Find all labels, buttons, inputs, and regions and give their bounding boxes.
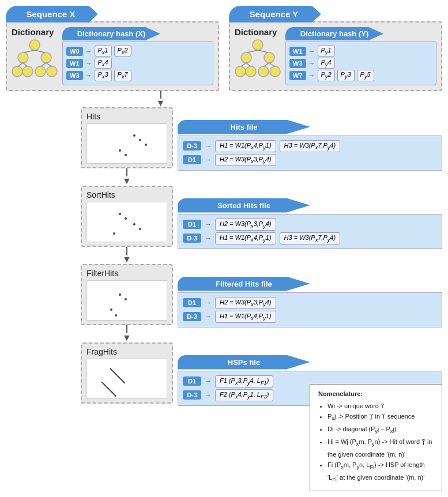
svg-point-17	[246, 66, 256, 77]
fraghits-file-banner: HSPs file	[178, 355, 310, 370]
file-val: H1 = W1(Px4,Py1)	[215, 311, 276, 323]
file-row: D-3 → H1 = W1(Px4,Py1) H3 = W3(Px7,Py4)	[183, 232, 437, 244]
file-key: D-3	[183, 234, 201, 243]
hash-val: Px4	[95, 58, 112, 69]
hits-file-banner: Hits file	[178, 120, 310, 134]
sorthits-file-rows: D1 → H2 = W3(Px3,Py4) D-3 → H1 = W1(Px4,…	[178, 214, 442, 249]
nomenclature-list: Wi -> unique word 'i' Pxj -> Position 'j…	[318, 401, 434, 485]
file-row: D-3 → H1 = W1(Px4,Py1)	[183, 311, 437, 323]
svg-line-23	[246, 63, 250, 66]
list-item: Fi (Pxm, Pyn, LFi) -> HSP of length 'LFi…	[327, 460, 434, 485]
hash-val: Py2	[318, 70, 335, 81]
list-item: Wi -> unique word 'i'	[327, 401, 434, 412]
hash-key: W1	[66, 59, 83, 68]
hits-file-wrap: Hits file D-3 → H1 = W1(Px4,Py1) H3 = W3…	[178, 120, 442, 171]
fraghits-box: FragHits	[81, 342, 173, 404]
filterhits-file-rows: D1 → H2 = W3(Px3,Py4) D-3 → H1 = W1(Px4,…	[178, 292, 442, 327]
sequence-x-block: Sequence X Dictionary	[6, 6, 219, 91]
hash-row: W1 → Px4	[66, 58, 209, 69]
dict-hash-y-box: Dictionary hash (Y) W1 → Py1 W3 → Py4	[285, 27, 436, 85]
svg-line-22	[241, 63, 246, 66]
dict-x-label: Dictionary	[12, 27, 58, 37]
hash-val: Px2	[114, 46, 131, 57]
file-row: D-3 → H1 = W1(Px4,Py1) H3 = W3(Px7,Py4)	[183, 140, 437, 152]
hash-val: Px1	[95, 46, 112, 57]
file-key: D-3	[183, 312, 201, 321]
sorthits-file-banner: Sorted Hits file	[178, 198, 310, 213]
svg-line-7	[24, 50, 35, 52]
svg-point-13	[253, 40, 263, 50]
svg-line-12	[46, 63, 51, 66]
file-val: H3 = W3(Px7,Py4)	[280, 140, 341, 152]
hits-box: Hits	[81, 107, 173, 168]
svg-line-25	[269, 63, 274, 66]
file-key: D-3	[183, 141, 201, 150]
file-val: F2 (Px4,Py1, LF2)	[215, 389, 273, 401]
hits-stage: Hits ▼ Hits file D-3 → H1 = W1(Px4,Py1)	[81, 107, 442, 186]
hash-val: Py1	[318, 46, 335, 57]
dict-y-label: Dictionary	[235, 27, 281, 37]
sequence-x-inner: Dictionary	[6, 21, 219, 91]
filterhits-stage-left: FilterHits ▼	[81, 264, 173, 342]
file-val: H2 = W3(Px3,Py4)	[215, 297, 276, 309]
hits-stage-left: Hits ▼	[81, 107, 173, 186]
sorthits-box: SortHits	[81, 186, 173, 247]
main-diagram: Sequence X Dictionary	[0, 0, 448, 497]
svg-point-15	[264, 52, 274, 63]
svg-line-11	[41, 63, 46, 66]
hash-val: Px7	[114, 70, 131, 81]
dict-hash-x-banner: Dictionary hash (X)	[62, 27, 160, 40]
hash-table-y: W1 → Py1 W3 → Py4 W7 → Py2	[285, 42, 436, 85]
filterhits-title: FilterHits	[86, 269, 167, 278]
dict-hash-x-box: Dictionary hash (X) W0 → Px1 Px2 W1 → Px…	[62, 27, 213, 85]
hash-row: W3 → Py4	[289, 58, 432, 69]
file-key: D-3	[183, 390, 201, 400]
hash-key: W1	[289, 47, 306, 56]
fraghits-stage-left: FragHits	[81, 342, 173, 404]
sorthits-stage-left: SortHits ▼	[81, 186, 173, 264]
nomenclature-title: Nomenclature:	[318, 390, 434, 397]
filterhits-grid	[86, 280, 167, 321]
sequence-y-inner: Dictionary	[229, 21, 442, 91]
filterhits-file-banner: Filtered Hits file	[178, 277, 310, 291]
svg-point-18	[258, 66, 269, 77]
svg-line-24	[264, 63, 269, 66]
hits-grid	[86, 123, 167, 164]
svg-point-19	[270, 66, 280, 77]
hash-row: W1 → Py1	[289, 46, 432, 57]
list-item: Hi = Wj (Pxm, Pyn) -> Hit of word 'j' in…	[327, 436, 434, 460]
sorthits-grid	[86, 202, 167, 242]
svg-point-14	[241, 52, 251, 63]
svg-point-6	[47, 66, 57, 77]
filterhits-file-wrap: Filtered Hits file D1 → H2 = W3(Px3,Py4)…	[178, 277, 442, 327]
file-val: H1 = W1(Px4,Py1)	[215, 140, 276, 152]
list-item: Pxj -> Position 'j' in 'i' sequence	[327, 411, 434, 424]
sequence-y-block: Sequence Y Dictionary	[229, 6, 442, 91]
top-row: Sequence X Dictionary	[6, 6, 442, 91]
file-key: D1	[183, 376, 201, 386]
sequence-y-banner: Sequence Y	[229, 6, 321, 22]
sorthits-stage: SortHits ▼ Sorted Hits file D1 → H2 = W3…	[81, 186, 442, 264]
hash-table-x: W0 → Px1 Px2 W1 → Px4 W3 →	[62, 42, 213, 85]
file-val: H1 = W1(Px4,Py1)	[215, 232, 276, 244]
tree-y-icon	[235, 39, 281, 82]
hash-key: W7	[289, 71, 306, 80]
svg-line-8	[35, 50, 45, 52]
list-item: Di -> diagonal (Pyj – Pxj)	[327, 424, 434, 436]
hash-row: W7 → Py2 Py3 Py5	[289, 70, 432, 81]
svg-line-10	[23, 63, 27, 66]
svg-point-1	[18, 52, 28, 63]
svg-line-9	[18, 63, 23, 66]
file-row: D1 → H2 = W3(Px3,Py4)	[183, 154, 437, 166]
dict-hash-y-banner: Dictionary hash (Y)	[285, 27, 383, 40]
hits-title: Hits	[86, 112, 167, 121]
file-row: D1 → H2 = W3(Px3,Py4)	[183, 219, 437, 231]
svg-point-16	[235, 66, 246, 77]
svg-point-5	[35, 66, 46, 77]
sorthits-file-wrap: Sorted Hits file D1 → H2 = W3(Px3,Py4) D…	[178, 198, 442, 249]
sequence-x-banner: Sequence X	[6, 6, 98, 22]
file-val: H3 = W3(Px7,Py4)	[280, 232, 341, 244]
svg-point-4	[22, 66, 33, 77]
tree-x-icon	[12, 39, 58, 82]
hits-file-rows: D-3 → H1 = W1(Px4,Py1) H3 = W3(Px7,Py4) …	[178, 135, 442, 171]
